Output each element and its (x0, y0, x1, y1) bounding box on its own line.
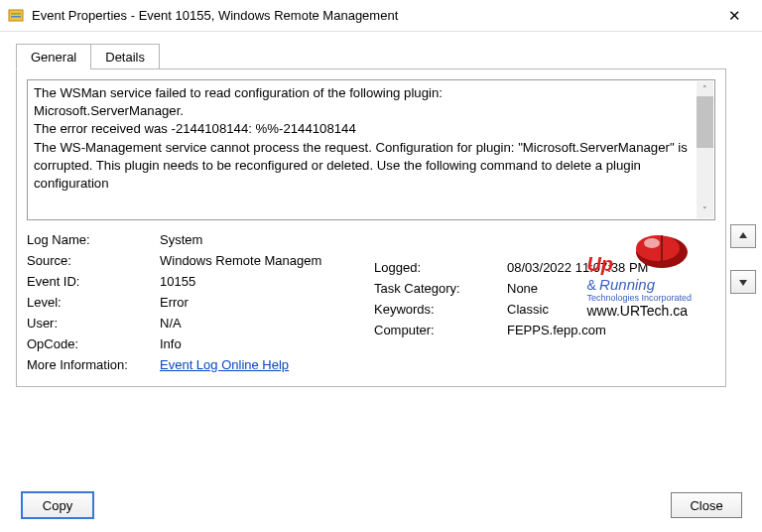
close-icon[interactable]: ✕ (714, 2, 754, 30)
logged-value: 08/03/2022 11:07:38 PM (507, 260, 701, 275)
desc-line: The WSMan service failed to read configu… (34, 84, 695, 102)
log-name-label: Log Name: (27, 232, 158, 247)
tab-panel-general: The WSMan service failed to read configu… (16, 68, 726, 387)
next-event-button[interactable] (730, 270, 756, 294)
scroll-down-icon[interactable]: ˅ (697, 202, 713, 218)
level-value: Error (160, 295, 374, 310)
logged-label: Logged: (374, 260, 505, 275)
close-button[interactable]: Close (671, 492, 742, 518)
tab-general[interactable]: General (16, 44, 91, 69)
copy-button[interactable]: Copy (22, 492, 93, 518)
description-textbox[interactable]: The WSMan service failed to read configu… (27, 79, 715, 220)
computer-value: FEPPS.fepp.com (507, 323, 701, 337)
more-info-label: More Information: (27, 357, 158, 372)
arrow-down-icon (737, 276, 749, 288)
opcode-value: Info (160, 336, 374, 351)
desc-line: The WS-Management service cannot process… (34, 139, 695, 194)
user-value: N/A (160, 316, 374, 331)
fields-grid: Log Name: System Source: Windows Remote … (27, 232, 715, 372)
svg-rect-2 (11, 16, 21, 18)
nav-buttons (730, 224, 756, 294)
event-id-label: Event ID: (27, 274, 158, 289)
app-icon (8, 8, 24, 24)
scrollbar-thumb[interactable] (697, 96, 713, 148)
arrow-up-icon (737, 230, 749, 242)
level-label: Level: (27, 295, 158, 310)
titlebar: Event Properties - Event 10155, Windows … (0, 0, 762, 32)
opcode-label: OpCode: (27, 336, 158, 351)
more-info-link[interactable]: Event Log Online Help (160, 357, 289, 372)
source-value: Windows Remote Managem (160, 253, 374, 268)
svg-rect-1 (11, 13, 21, 15)
window-title: Event Properties - Event 10155, Windows … (32, 8, 714, 23)
task-category-value: None (507, 281, 701, 296)
keywords-label: Keywords: (374, 302, 505, 317)
svg-rect-0 (9, 10, 23, 21)
desc-line: Microsoft.ServerManager. (34, 102, 695, 120)
scroll-up-icon[interactable]: ˄ (697, 81, 713, 97)
log-name-value: System (160, 232, 374, 247)
user-label: User: (27, 316, 158, 331)
keywords-value: Classic (507, 302, 701, 317)
tab-details[interactable]: Details (90, 44, 160, 69)
task-category-label: Task Category: (374, 281, 505, 296)
event-properties-window: Event Properties - Event 10155, Windows … (0, 0, 762, 532)
dialog-buttons: Copy Close (22, 492, 742, 518)
source-label: Source: (27, 253, 158, 268)
prev-event-button[interactable] (730, 224, 756, 248)
computer-label: Computer: (374, 323, 505, 337)
event-id-value: 10155 (160, 274, 374, 289)
desc-line: The error received was -2144108144: %%-2… (34, 120, 695, 138)
tab-strip: General Details (16, 44, 746, 69)
